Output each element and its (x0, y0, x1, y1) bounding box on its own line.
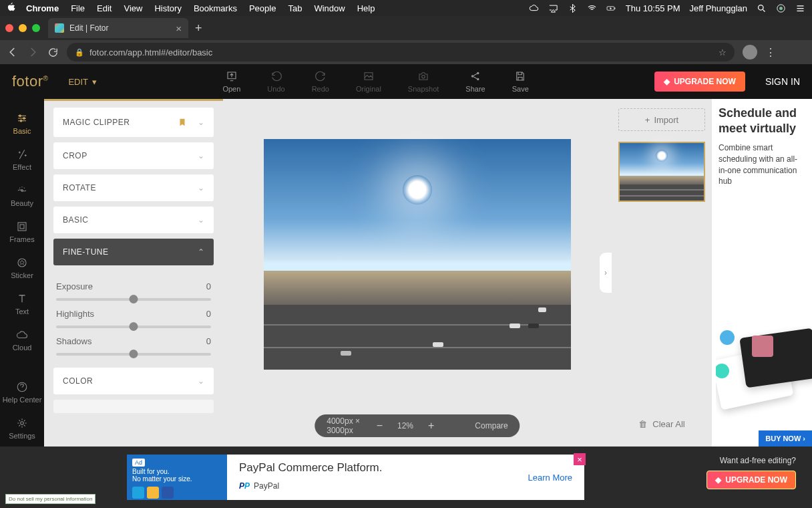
panel-collapse-toggle[interactable]: › (600, 253, 612, 293)
tab-close-icon[interactable]: × (176, 23, 182, 34)
status-wifi-icon[interactable] (587, 3, 597, 13)
image-thumbnail[interactable] (618, 142, 705, 202)
sidebar-ad[interactable]: Schedule and meet virtually Combine smar… (712, 99, 812, 447)
highlights-slider[interactable] (56, 326, 211, 328)
shadows-value: 0 (206, 336, 211, 346)
share-button[interactable]: Share (465, 70, 485, 93)
banner-ad[interactable]: Ad Built for you. No matter your size. P… (127, 455, 584, 500)
ad-cta-button[interactable]: BUY NOW › (759, 430, 812, 447)
accordion-rotate[interactable]: ROTATE⌄ (53, 174, 214, 201)
menu-view[interactable]: View (124, 3, 142, 13)
rail-text[interactable]: Text (0, 286, 44, 322)
shadows-slider[interactable] (56, 353, 211, 356)
apple-icon[interactable] (7, 2, 17, 14)
browser-tab[interactable]: Edit | Fotor × (48, 18, 188, 38)
rail-effect[interactable]: Effect (0, 142, 44, 178)
menu-file[interactable]: File (71, 3, 85, 13)
status-username[interactable]: Jeff Phungglan (690, 3, 748, 13)
rail-basic[interactable]: Basic (0, 106, 44, 142)
control-center-icon[interactable] (795, 3, 805, 13)
accordion-magic-clipper[interactable]: MAGIC CLIPPER ⌄ (53, 108, 214, 137)
rail-cloud[interactable]: Cloud (0, 322, 44, 358)
rail-settings[interactable]: Settings (0, 410, 44, 447)
rail-help[interactable]: Help Center (0, 374, 44, 410)
right-panel: +Import 🗑Clear All (612, 99, 712, 447)
canvas-image[interactable] (264, 139, 571, 370)
ad-label: Ad (132, 459, 145, 467)
chevron-down-icon: ▾ (92, 77, 97, 87)
browser-menu-icon[interactable]: ⋮ (765, 46, 776, 59)
accordion-crop[interactable]: CROP⌄ (53, 142, 214, 169)
accordion-more[interactable] (53, 400, 214, 413)
fotor-logo[interactable]: fotor® (12, 73, 48, 90)
window-maximize[interactable] (32, 24, 40, 32)
status-battery-icon[interactable] (606, 3, 616, 13)
profile-avatar[interactable] (743, 45, 757, 59)
zoom-in-button[interactable]: + (428, 420, 434, 432)
menu-history[interactable]: History (154, 3, 181, 13)
original-button[interactable]: Original (356, 70, 381, 93)
accordion-basic[interactable]: BASIC⌄ (53, 207, 214, 233)
status-airplay-icon[interactable] (548, 3, 558, 13)
svg-rect-14 (18, 223, 26, 231)
snapshot-button[interactable]: Snapshot (408, 70, 439, 93)
ad-close-icon[interactable]: × (574, 453, 586, 465)
main-area: Basic Effect Beauty Frames Sticker Text … (0, 99, 812, 447)
svg-point-7 (471, 75, 473, 77)
open-button[interactable]: Open (222, 70, 240, 93)
siri-icon[interactable] (776, 3, 786, 13)
menu-help[interactable]: Help (357, 3, 375, 13)
diamond-icon: ◆ (664, 77, 670, 86)
redo-button[interactable]: Redo (312, 70, 329, 93)
nav-reload-icon[interactable] (47, 46, 59, 58)
rail-sticker[interactable]: Sticker (0, 250, 44, 286)
menu-app[interactable]: Chrome (26, 3, 59, 13)
do-not-sell-link[interactable]: Do not sell my personal information (5, 494, 95, 504)
highlights-label: Highlights (56, 309, 94, 319)
accordion-finetune[interactable]: FINE-TUNE⌃ (53, 239, 214, 265)
url-field[interactable]: 🔒 fotor.com/app.html#/editor/basic ☆ (67, 43, 735, 61)
save-button[interactable]: Save (512, 70, 529, 93)
adfree-upgrade-button[interactable]: ◆UPGRADE NOW (706, 471, 796, 489)
rail-beauty[interactable]: Beauty (0, 178, 44, 214)
rail-frames[interactable]: Frames (0, 214, 44, 250)
signin-link[interactable]: SIGN IN (765, 76, 800, 87)
upgrade-button[interactable]: ◆UPGRADE NOW (654, 72, 745, 92)
exposure-slider[interactable] (56, 298, 211, 301)
status-clock[interactable]: Thu 10:55 PM (626, 3, 680, 13)
compare-button[interactable]: Compare (475, 421, 508, 430)
svg-rect-1 (614, 7, 615, 9)
menu-bookmarks[interactable]: Bookmarks (194, 3, 237, 13)
menu-window[interactable]: Window (314, 3, 345, 13)
spotlight-icon[interactable] (757, 3, 767, 13)
macos-menubar: Chrome File Edit View History Bookmarks … (0, 0, 812, 16)
window-minimize[interactable] (19, 24, 27, 32)
bookmark-icon (178, 116, 187, 128)
status-cloud-icon[interactable] (529, 3, 539, 13)
undo-button[interactable]: Undo (267, 70, 284, 93)
svg-point-18 (21, 422, 24, 425)
zoom-out-button[interactable]: − (377, 420, 383, 432)
svg-point-8 (477, 72, 479, 74)
fotor-topbar: fotor® EDIT▾ Open Undo Redo Original Sna… (0, 64, 812, 99)
bookmark-star-icon[interactable]: ☆ (719, 47, 727, 57)
menu-edit[interactable]: Edit (97, 3, 112, 13)
menu-people[interactable]: People (249, 3, 276, 13)
nav-back-icon[interactable] (7, 46, 19, 58)
svg-point-11 (23, 118, 25, 120)
svg-point-12 (20, 120, 22, 122)
menu-tab[interactable]: Tab (288, 3, 302, 13)
bottom-strip: Ad Built for you. No matter your size. P… (0, 447, 812, 508)
chevron-down-icon: ⌄ (198, 215, 205, 225)
status-bluetooth-icon[interactable] (568, 3, 578, 13)
ad-headline: PayPal Commerce Platform. (239, 461, 516, 475)
clear-all-button[interactable]: 🗑Clear All (638, 411, 684, 437)
window-close[interactable] (5, 24, 13, 32)
accordion-color[interactable]: COLOR⌄ (53, 368, 214, 394)
svg-point-4 (779, 7, 783, 10)
nav-forward-icon[interactable] (27, 46, 39, 58)
import-button[interactable]: +Import (618, 108, 705, 131)
ad-learn-more[interactable]: Learn More (528, 473, 572, 483)
new-tab-button[interactable]: + (195, 21, 202, 35)
edit-dropdown[interactable]: EDIT▾ (68, 77, 97, 87)
